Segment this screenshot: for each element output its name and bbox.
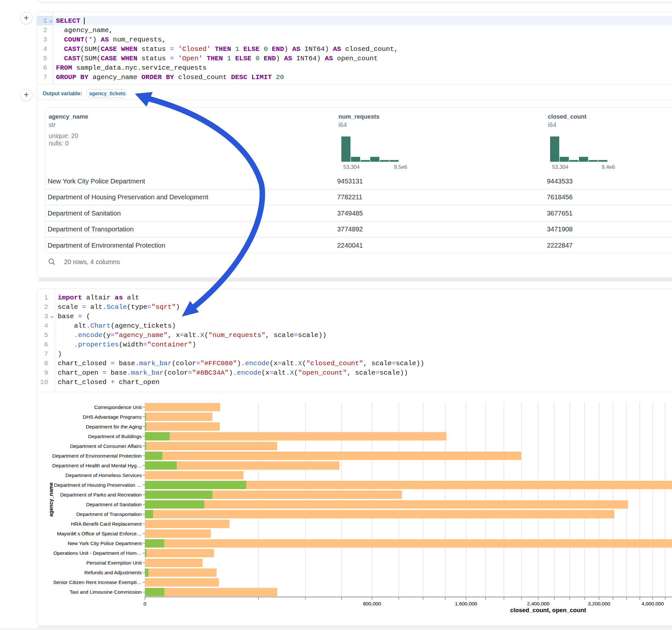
svg-text:Department of Buildings: Department of Buildings	[88, 434, 142, 439]
svg-text:Department of Environmental Pr: Department of Environmental Protection	[52, 453, 142, 459]
svg-text:HRA Benefit Card Replacement: HRA Benefit Card Replacement	[71, 521, 142, 527]
svg-text:Department of Homeless Service: Department of Homeless Services	[66, 472, 142, 478]
svg-text:agency_name: agency_name	[48, 482, 54, 516]
svg-text:Department of Parks and Recrea: Department of Parks and Recreation	[60, 492, 142, 498]
svg-text:closed_count, open_count: closed_count, open_count	[510, 607, 586, 613]
svg-text:Personal Exemption Unit: Personal Exemption Unit	[86, 560, 142, 565]
svg-text:Department of Consumer Affairs: Department of Consumer Affairs	[70, 443, 142, 449]
svg-text:Refunds and Adjustments: Refunds and Adjustments	[84, 570, 142, 575]
svg-text:4,000,000: 4,000,000	[642, 601, 664, 606]
svg-text:800,000: 800,000	[363, 601, 381, 606]
svg-text:1,600,000: 1,600,000	[455, 601, 477, 606]
svg-text:Department of Health and Menta: Department of Health and Mental Hyg…	[52, 463, 142, 468]
svg-text:Mayorâ€ s Office of Special En: Mayorâ€ s Office of Special Enforce…	[57, 531, 142, 536]
svg-text:Department for the Aging: Department for the Aging	[86, 424, 142, 429]
svg-text:Department of Housing Preserva: Department of Housing Preservation …	[54, 482, 142, 488]
svg-text:0: 0	[144, 601, 146, 606]
svg-text:Department of Sanitation: Department of Sanitation	[86, 502, 142, 507]
svg-text:DHS Advantage Programs: DHS Advantage Programs	[83, 414, 142, 420]
svg-text:Taxi and Limousine Commission: Taxi and Limousine Commission	[70, 589, 142, 595]
svg-text:Operations Unit - Department o: Operations Unit - Department of Hom…	[53, 550, 142, 556]
svg-text:2,400,000: 2,400,000	[527, 601, 549, 606]
svg-text:Senior Citizen Rent Increase E: Senior Citizen Rent Increase Exempti…	[53, 579, 142, 585]
svg-text:New York City Police Departmen: New York City Police Department	[68, 540, 142, 546]
svg-text:Correspondence Unit: Correspondence Unit	[94, 405, 142, 410]
svg-text:3,200,000: 3,200,000	[588, 601, 610, 606]
svg-text:Department of Transportation: Department of Transportation	[76, 511, 142, 517]
